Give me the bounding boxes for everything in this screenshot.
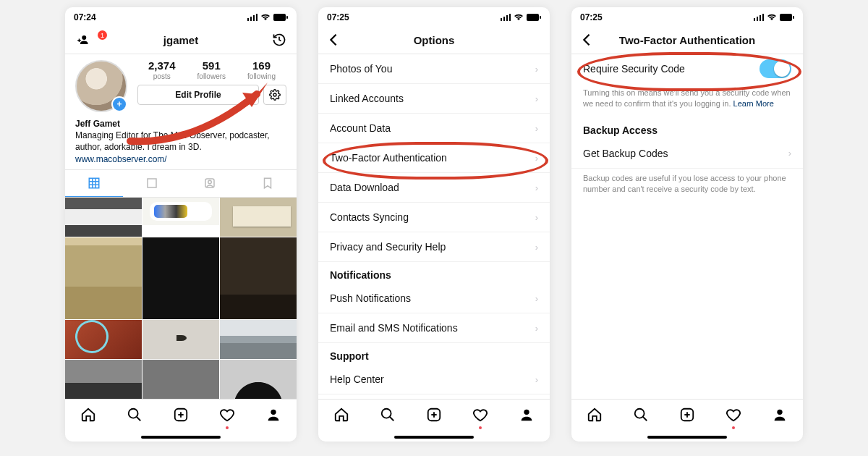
post-thumb[interactable] — [65, 237, 142, 320]
svg-rect-12 — [148, 179, 156, 187]
section-support: Support — [318, 343, 550, 365]
row-photos-of-you[interactable]: Photos of You› — [318, 54, 550, 84]
signal-icon — [247, 14, 258, 21]
post-thumb[interactable] — [220, 360, 297, 399]
post-thumb[interactable] — [142, 237, 219, 320]
heart-icon — [726, 407, 741, 423]
post-thumb[interactable] — [142, 360, 219, 399]
home-icon — [333, 407, 349, 423]
tab-home[interactable] — [333, 407, 349, 425]
tab-list[interactable] — [123, 170, 181, 196]
activity-dot — [732, 426, 735, 429]
svg-rect-39 — [793, 16, 794, 19]
svg-point-40 — [635, 408, 644, 418]
tab-home[interactable] — [80, 407, 96, 425]
row-account-data[interactable]: Account Data› — [318, 114, 550, 143]
add-friends-button[interactable]: 1 — [75, 33, 104, 46]
archive-button[interactable] — [258, 33, 286, 47]
row-linked-accounts[interactable]: Linked Accounts› — [318, 84, 550, 114]
post-view-tabs — [65, 169, 297, 198]
tab-activity[interactable] — [219, 407, 235, 425]
svg-rect-22 — [501, 18, 502, 21]
row-email-sms[interactable]: Email and SMS Notifications› — [318, 313, 550, 343]
chevron-right-icon: › — [535, 93, 538, 104]
row-privacy-help[interactable]: Privacy and Security Help› — [318, 232, 550, 262]
chevron-right-icon: › — [535, 153, 538, 164]
require-code-toggle[interactable] — [760, 59, 791, 78]
back-button[interactable] — [582, 33, 610, 46]
section-backup-access: Backup Access — [571, 117, 803, 139]
screen-profile: 07:24 1 jgamet + 2 — [65, 7, 297, 442]
post-thumb[interactable] — [65, 320, 142, 359]
section-notifications: Notifications — [318, 262, 550, 284]
row-backup-codes[interactable]: Get Backup Codes› — [571, 139, 803, 169]
tab-profile[interactable] — [772, 407, 788, 425]
tab-saved[interactable] — [239, 170, 297, 196]
post-thumb[interactable] — [65, 360, 142, 399]
row-help-center[interactable]: Help Center› — [318, 365, 550, 394]
screen-two-factor: 07:25 Two-Factor Authentication Require … — [571, 7, 803, 442]
search-icon — [633, 407, 649, 423]
learn-more-link[interactable]: Learn More — [733, 99, 774, 108]
signal-icon — [501, 14, 511, 21]
edit-profile-button[interactable]: Edit Profile — [137, 85, 259, 105]
bio-link[interactable]: www.macobserver.com/ — [75, 153, 286, 165]
tab-search[interactable] — [633, 407, 649, 425]
chevron-right-icon: › — [535, 374, 538, 385]
chevron-right-icon: › — [535, 182, 538, 193]
tab-new-post[interactable] — [426, 407, 442, 425]
tab-bar — [571, 399, 803, 434]
chevron-right-icon: › — [535, 242, 538, 253]
tab-search[interactable] — [127, 407, 142, 425]
require-code-note: Turning this on means we'll send you a s… — [571, 83, 803, 117]
person-icon — [265, 407, 281, 423]
post-thumb[interactable] — [65, 198, 142, 237]
svg-rect-23 — [503, 17, 505, 21]
stat-followers[interactable]: 591 followers — [197, 60, 226, 80]
svg-rect-26 — [527, 14, 539, 21]
tab-profile[interactable] — [265, 407, 281, 425]
back-button[interactable] — [328, 33, 357, 46]
tab-new-post[interactable] — [679, 407, 695, 425]
row-data-download[interactable]: Data Download› — [318, 173, 550, 203]
tab-grid[interactable] — [65, 170, 123, 197]
status-indicators — [247, 14, 288, 21]
svg-rect-3 — [256, 14, 258, 21]
post-thumb[interactable] — [220, 320, 297, 359]
chevron-left-icon — [328, 33, 339, 46]
stat-following[interactable]: 169 following — [247, 60, 276, 80]
svg-rect-7 — [89, 178, 99, 188]
stat-posts[interactable]: 2,374 posts — [148, 60, 176, 80]
svg-rect-38 — [780, 14, 792, 21]
screen-options: 07:25 Options Photos of You› Linked Acco… — [318, 7, 550, 442]
svg-point-28 — [382, 408, 391, 418]
row-contacts-syncing[interactable]: Contacts Syncing› — [318, 203, 550, 232]
home-indicator — [647, 436, 727, 439]
svg-rect-24 — [506, 15, 508, 21]
tab-profile[interactable] — [519, 407, 535, 425]
avatar[interactable]: + — [75, 60, 127, 112]
tab-search[interactable] — [380, 407, 396, 425]
svg-point-20 — [271, 409, 276, 414]
post-thumb[interactable] — [220, 198, 297, 237]
wifi-icon — [260, 14, 271, 21]
display-name: Jeff Gamet — [75, 118, 286, 130]
tab-bar — [318, 399, 550, 434]
status-bar: 07:24 — [65, 7, 297, 26]
chevron-right-icon: › — [535, 293, 538, 304]
post-thumb[interactable] — [220, 237, 297, 320]
tab-activity[interactable] — [472, 407, 488, 425]
tab-home[interactable] — [587, 407, 603, 425]
add-person-icon — [75, 33, 90, 46]
post-thumb[interactable] — [142, 320, 219, 359]
post-thumb[interactable] — [142, 198, 219, 237]
settings-button[interactable] — [263, 85, 286, 105]
plus-square-icon — [679, 407, 695, 423]
tab-activity[interactable] — [726, 407, 741, 425]
row-two-factor[interactable]: Two-Factor Authentication› — [318, 143, 550, 173]
tab-tagged[interactable] — [181, 170, 239, 196]
row-push-notifications[interactable]: Push Notifications› — [318, 284, 550, 313]
svg-line-16 — [137, 416, 141, 421]
add-story-icon[interactable]: + — [111, 96, 127, 112]
tab-new-post[interactable] — [173, 407, 189, 425]
